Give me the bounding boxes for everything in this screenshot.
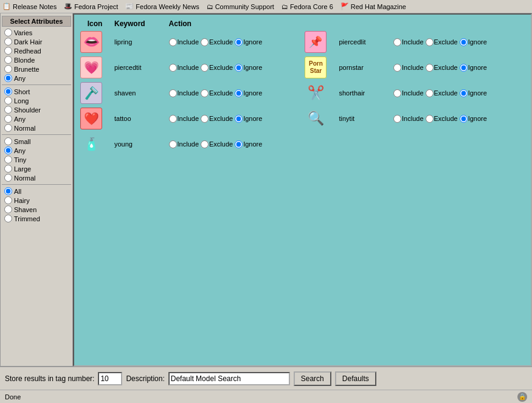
defaults-button[interactable]: Defaults bbox=[335, 371, 376, 386]
icon-pornstar: PornStar bbox=[302, 55, 336, 80]
col-action-right bbox=[391, 18, 527, 29]
redhat-magazine-icon: 🚩 bbox=[340, 2, 349, 10]
radio-long[interactable]: Long bbox=[2, 96, 71, 105]
nav-release-notes[interactable]: 📋 Release Notes bbox=[2, 2, 57, 10]
keyword-tattoo: tattoo bbox=[112, 106, 167, 131]
nav-fedora-project[interactable]: 🎩 Fedora Project bbox=[64, 2, 118, 10]
keyword-lipring: lipring bbox=[112, 29, 167, 55]
nav-redhat-magazine[interactable]: 🚩 Red Hat Magazine bbox=[340, 2, 406, 10]
radio-short[interactable]: Short bbox=[2, 87, 71, 96]
radio-normal-size[interactable]: Normal bbox=[2, 173, 71, 182]
radio-trimmed[interactable]: Trimmed bbox=[2, 214, 71, 223]
action-shaven: Include Exclude Ignore bbox=[167, 80, 303, 106]
table-row: 👄 lipring Include Exclude Ignore bbox=[78, 29, 527, 55]
fedora-project-icon: 🎩 bbox=[64, 2, 72, 10]
keyword-piercedtit: piercedtit bbox=[112, 55, 167, 80]
attributes-table: Icon Keyword Action 👄 lipring bbox=[78, 18, 527, 157]
keyword-pornstar: pornstar bbox=[336, 55, 391, 80]
table-row: ❤️ tattoo Include Exclude Ignore bbox=[78, 106, 527, 131]
tag-number-input[interactable] bbox=[98, 372, 122, 385]
table-row: 💗 piercedtit Include Exclude Ignore bbox=[78, 55, 527, 80]
action-tattoo: Include Exclude Ignore bbox=[167, 106, 303, 131]
col-icon: Icon bbox=[78, 18, 112, 29]
keyword-shaven: shaven bbox=[112, 80, 167, 106]
radio-all[interactable]: All bbox=[2, 187, 71, 196]
action-piercedlit: Include Exclude Ignore bbox=[391, 29, 527, 55]
status-icon: 🔒 bbox=[517, 392, 527, 402]
radio-shoulder[interactable]: Shoulder bbox=[2, 105, 71, 114]
action-pornstar: Include Exclude Ignore bbox=[391, 55, 527, 80]
radio-small[interactable]: Small bbox=[2, 137, 71, 146]
col-icon-right bbox=[302, 18, 336, 29]
icon-shaven: 🪒 bbox=[78, 80, 112, 106]
radio-any-size[interactable]: Any bbox=[2, 146, 71, 155]
description-label: Description: bbox=[126, 374, 164, 383]
keyword-tinytit: tinytit bbox=[336, 106, 391, 131]
col-action-left: Action bbox=[167, 18, 303, 29]
icon-piercedtit: 💗 bbox=[78, 55, 112, 80]
radio-any-hair[interactable]: Any bbox=[2, 74, 71, 83]
nav-community-support[interactable]: 🗂 Community Support bbox=[207, 3, 274, 10]
radio-normal-len[interactable]: Normal bbox=[2, 123, 71, 133]
radio-tiny[interactable]: Tiny bbox=[2, 155, 71, 164]
nav-bar: 📋 Release Notes 🎩 Fedora Project 📰 Fedor… bbox=[0, 0, 532, 13]
bottom-bar: Store results in tag number: Description… bbox=[0, 367, 532, 390]
keyword-shorthair: shorthair bbox=[336, 80, 391, 106]
keyword-piercedlit: piercedlit bbox=[336, 29, 391, 55]
action-piercedtit: Include Exclude Ignore bbox=[167, 55, 303, 80]
icon-shorthair: ✂️ bbox=[302, 80, 336, 106]
status-bar: Done 🔒 bbox=[0, 390, 532, 403]
sidebar: Select Attributes Varies Dark Hair Redhe… bbox=[0, 13, 73, 367]
community-support-icon: 🗂 bbox=[207, 3, 213, 10]
store-results-label: Store results in tag number: bbox=[5, 374, 94, 383]
radio-large[interactable]: Large bbox=[2, 164, 71, 173]
radio-any-len[interactable]: Any bbox=[2, 114, 71, 123]
table-row: 🪒 shaven Include Exclude Ignore bbox=[78, 80, 527, 106]
radio-redhead[interactable]: Redhead bbox=[2, 46, 71, 55]
radio-varies[interactable]: Varies bbox=[2, 28, 71, 37]
radio-brunette[interactable]: Brunette bbox=[2, 64, 71, 74]
icon-lipring: 👄 bbox=[78, 29, 112, 55]
icon-tinytit: 🔍 bbox=[302, 106, 336, 131]
content-area: Icon Keyword Action 👄 lipring bbox=[73, 13, 532, 367]
keyword-young: young bbox=[112, 131, 167, 157]
fedora-weekly-icon: 📰 bbox=[125, 2, 134, 10]
col-keyword: Keyword bbox=[112, 18, 167, 29]
sidebar-title: Select Attributes bbox=[2, 16, 71, 27]
action-tinytit: Include Exclude Ignore bbox=[391, 106, 527, 131]
nav-fedora-core[interactable]: 🗂 Fedora Core 6 bbox=[282, 3, 333, 10]
release-notes-icon: 📋 bbox=[2, 2, 11, 10]
action-lipring: Include Exclude Ignore bbox=[167, 29, 303, 55]
description-input[interactable] bbox=[168, 372, 290, 385]
radio-blonde[interactable]: Blonde bbox=[2, 55, 71, 64]
table-row: 🧴 young Include Exclude Ignore bbox=[78, 131, 527, 157]
radio-hairy[interactable]: Hairy bbox=[2, 196, 71, 205]
icon-tattoo: ❤️ bbox=[78, 106, 112, 131]
fedora-core-icon: 🗂 bbox=[282, 3, 288, 10]
nav-fedora-weekly[interactable]: 📰 Fedora Weekly News bbox=[125, 2, 199, 10]
main-container: Select Attributes Varies Dark Hair Redhe… bbox=[0, 13, 532, 367]
search-button[interactable]: Search bbox=[294, 371, 331, 386]
action-shorthair: Include Exclude Ignore bbox=[391, 80, 527, 106]
icon-young: 🧴 bbox=[78, 131, 112, 157]
radio-dark-hair[interactable]: Dark Hair bbox=[2, 37, 71, 46]
icon-piercedlit: 📌 bbox=[302, 29, 336, 55]
col-keyword-right bbox=[336, 18, 391, 29]
status-text: Done bbox=[5, 393, 21, 401]
radio-shaven[interactable]: Shaven bbox=[2, 205, 71, 214]
action-young: Include Exclude Ignore bbox=[167, 131, 303, 157]
